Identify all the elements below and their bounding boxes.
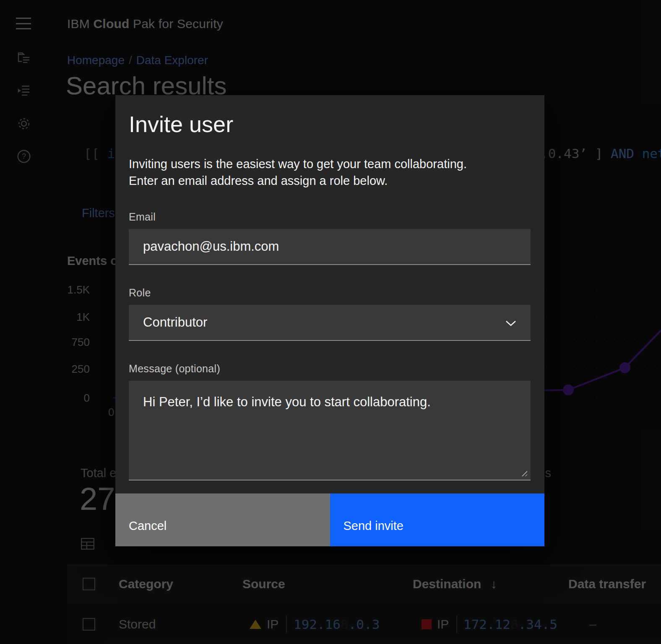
email-label: Email [129, 211, 531, 223]
chevron-down-icon [505, 315, 516, 330]
role-value: Contributor [143, 315, 207, 330]
message-value: Hi Peter, I’d like to invite you to star… [143, 395, 431, 409]
modal-description: Inviting users is the easiest way to get… [129, 156, 477, 189]
resize-handle[interactable] [520, 470, 527, 476]
cancel-button[interactable]: Cancel [115, 493, 330, 546]
role-label: Role [129, 287, 531, 299]
email-value: pavachon@us.ibm.com [143, 239, 279, 254]
modal-description-line1: Inviting users is the easiest way to get… [129, 156, 477, 172]
message-textarea[interactable]: Hi Peter, I’d like to invite you to star… [129, 381, 531, 480]
modal-title: Invite user [129, 111, 531, 137]
modal-footer: Cancel Send invite [115, 493, 544, 546]
invite-user-modal: Invite user Inviting users is the easies… [115, 95, 544, 546]
message-label: Message (optional) [129, 363, 531, 375]
email-field[interactable]: pavachon@us.ibm.com [129, 229, 531, 265]
send-invite-button[interactable]: Send invite [330, 493, 545, 546]
modal-description-line2: Enter an email address and assign a role… [129, 172, 477, 189]
role-select[interactable]: Contributor [129, 305, 531, 341]
